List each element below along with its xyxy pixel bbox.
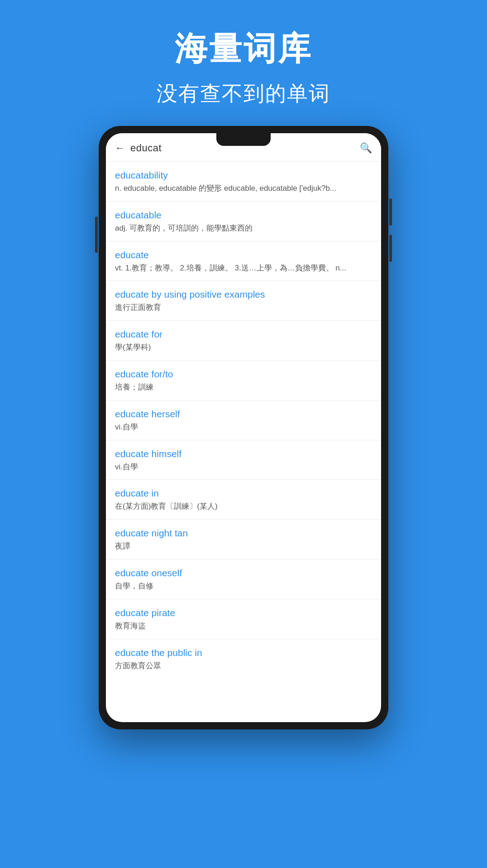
header-title: 海量词库: [157, 27, 330, 71]
phone-mockup: ← educat 🔍 educatabilityn. educable, edu…: [99, 126, 388, 729]
power-button: [95, 217, 98, 253]
result-term: educatability: [115, 170, 372, 181]
result-definition: vt. 1.教育；教導。 2.培養，訓練。 3.送…上學，為…負擔學費。 n..…: [115, 263, 372, 274]
result-term: educate for/to: [115, 369, 372, 380]
result-definition: 方面教育公眾: [115, 661, 372, 671]
result-term: educate: [115, 250, 372, 260]
result-definition: 自學，自修: [115, 581, 372, 592]
result-term: educate the public in: [115, 647, 372, 658]
result-definition: adj. 可教育的，可培訓的，能學點東西的: [115, 223, 372, 234]
result-definition: n. educable, educatable 的變形 educable, ed…: [115, 183, 372, 194]
result-definition: vi.自學: [115, 462, 372, 473]
search-icon[interactable]: 🔍: [360, 142, 372, 154]
result-definition: 學(某學科): [115, 342, 372, 353]
result-term: educate pirate: [115, 608, 372, 618]
list-item[interactable]: educate the public in方面教育公眾: [106, 639, 381, 679]
result-definition: 培養；訓練: [115, 382, 372, 393]
volume-down-button: [389, 235, 392, 262]
back-button[interactable]: ←: [115, 142, 125, 154]
result-term: educatable: [115, 210, 372, 221]
list-item[interactable]: educate for/to培養；訓練: [106, 361, 381, 400]
result-list: educatabilityn. educable, educatable 的變形…: [106, 162, 381, 678]
result-definition: 夜譚: [115, 541, 372, 552]
list-item[interactable]: educate for學(某學科): [106, 321, 381, 361]
list-item[interactable]: educatableadj. 可教育的，可培訓的，能學點東西的: [106, 202, 381, 241]
list-item[interactable]: educate pirate教育海盜: [106, 599, 381, 639]
result-definition: 進行正面教育: [115, 302, 372, 313]
result-definition: vi.自學: [115, 422, 372, 433]
header-subtitle: 没有查不到的单词: [157, 80, 330, 108]
result-definition: 在(某方面)教育〔訓練〕(某人): [115, 501, 372, 512]
list-item[interactable]: educate oneself自學，自修: [106, 559, 381, 599]
result-term: educate for: [115, 329, 372, 340]
result-term: educate oneself: [115, 568, 372, 579]
list-item[interactable]: educatabilityn. educable, educatable 的變形…: [106, 162, 381, 202]
result-term: educate in: [115, 488, 372, 499]
list-item[interactable]: educate in在(某方面)教育〔訓練〕(某人): [106, 480, 381, 520]
list-item[interactable]: educate himselfvi.自學: [106, 440, 381, 480]
list-item[interactable]: educate herselfvi.自學: [106, 400, 381, 440]
result-term: educate night tan: [115, 528, 372, 539]
header-section: 海量词库 没有查不到的单词: [138, 0, 349, 126]
result-term: educate by using positive examples: [115, 289, 372, 300]
list-item[interactable]: educatevt. 1.教育；教導。 2.培養，訓練。 3.送…上學，為…負擔…: [106, 241, 381, 281]
phone-screen: ← educat 🔍 educatabilityn. educable, edu…: [106, 133, 381, 722]
volume-up-button: [389, 198, 392, 226]
list-item[interactable]: educate night tan夜譚: [106, 520, 381, 559]
result-term: educate himself: [115, 448, 372, 459]
list-item[interactable]: educate by using positive examples進行正面教育: [106, 281, 381, 321]
phone-notch: [216, 133, 271, 146]
result-term: educate herself: [115, 409, 372, 420]
result-definition: 教育海盜: [115, 621, 372, 632]
